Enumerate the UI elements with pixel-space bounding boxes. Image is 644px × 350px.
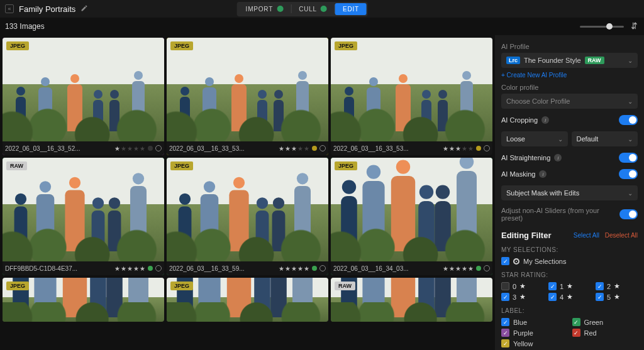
mode-cull[interactable]: CULL [291,3,335,15]
color-flag[interactable] [148,146,153,151]
mode-edit[interactable]: EDIT [335,3,367,15]
my-selections-checkbox[interactable] [501,257,509,265]
chevron-down-icon: ⌄ [558,136,563,143]
create-profile-link[interactable]: + Create New AI Profile [501,72,638,79]
color-flag[interactable] [476,146,481,151]
format-badge: JPEG [170,161,193,170]
label-green-checkbox[interactable] [572,318,580,326]
image-count: 133 Images [5,22,45,31]
info-icon[interactable]: i [541,116,549,124]
info-icon[interactable]: i [554,154,562,161]
thumbnail[interactable]: JPEG 2022_06_03__16_33_53... ★★★★★ [331,38,492,155]
format-badge: JPEG [170,41,193,50]
label-red-checkbox[interactable] [572,329,580,337]
color-flag[interactable] [312,146,317,151]
format-badge: JPEG [335,161,357,170]
thumb-size-slider[interactable] [580,26,624,28]
star-5-checkbox[interactable] [596,293,604,301]
thumbnail[interactable]: JPEG 2022_06_03__16_33_53... ★★★★★ [167,38,328,155]
format-badge: RAW [6,161,27,170]
filename: 2022_06_03__16_33_53... [169,145,276,152]
star-3-checkbox[interactable] [501,293,509,301]
star-icon: ★ [519,282,526,290]
star-4-checkbox[interactable] [548,293,557,301]
check-icon [277,6,283,12]
ai-profile-select[interactable]: Lrc The Founder Style RAW ⌄ [501,53,638,68]
ai-masking-toggle[interactable] [619,169,638,179]
pick-flag[interactable] [319,265,326,271]
color-profile-label: Color profile [501,84,638,91]
chevron-down-icon: ⌄ [628,190,633,197]
chevron-down-icon: ⌄ [628,57,633,64]
lrc-badge: Lrc [506,57,520,64]
pick-flag[interactable] [319,145,326,151]
star-0-checkbox[interactable] [501,282,509,290]
star-icon: ★ [614,282,620,290]
ai-straightening-toggle[interactable] [619,153,638,163]
pick-flag[interactable] [155,145,162,151]
star-2-checkbox[interactable] [596,282,604,290]
star-rating[interactable]: ★★★★★ [443,265,474,272]
mask-mode-select[interactable]: Subject Mask with Edits⌄ [501,185,638,200]
star-rating[interactable]: ★★★★★ [114,265,145,272]
crop-mode-select[interactable]: Loose⌄ [501,131,568,146]
profile-name: The Founder Style [524,57,581,64]
star-rating[interactable]: ★★★★★ [279,145,309,152]
deselect-all-link[interactable]: Deselect All [605,232,638,239]
format-badge: JPEG [170,282,193,290]
thumbnail[interactable]: RAW ★★★★★ [331,278,492,322]
ai-profile-label: AI Profile [501,43,638,50]
sidebar-collapse-icon[interactable]: « [5,4,14,13]
non-ai-toggle[interactable] [619,209,638,219]
star-icon: ★ [567,282,573,290]
info-icon[interactable]: i [539,170,547,178]
thumbnail[interactable]: RAW DFF9BBD5-C1D8-4E37... ★★★★★ [3,158,164,275]
ai-masking-label: AI Masking [501,170,535,178]
thumbnail[interactable]: JPEG 2022_06_03__16_34_03... ★★★★★ [331,158,492,275]
pick-flag[interactable] [484,265,490,271]
label-head: LABEL: [501,307,638,314]
mode-switch: IMPORT CULL EDIT [237,2,368,16]
sort-icon[interactable] [624,21,639,32]
color-flag[interactable] [476,266,481,271]
check-icon [321,6,327,12]
label-purple-checkbox[interactable] [501,329,509,337]
thumbnail[interactable]: JPEG ★★★★★ [3,278,164,322]
color-flag[interactable] [312,266,317,271]
filename: 2022_06_03__16_34_03... [333,265,440,272]
edit-title-icon[interactable] [80,4,88,14]
star-1-checkbox[interactable] [548,282,557,290]
raw-badge: RAW [585,57,604,64]
star-rating[interactable]: ★★★★★ [443,145,474,152]
non-ai-label: Adjust non-AI Sliders (from your preset) [501,207,619,222]
pick-flag[interactable] [155,265,162,271]
label-yellow-checkbox[interactable] [501,339,509,347]
filename: 2022_06_03__16_33_59... [169,265,276,272]
filename: 2022_06_03__16_33_53... [333,145,440,152]
select-all-link[interactable]: Select All [574,232,599,239]
pick-flag[interactable] [484,145,490,151]
star-icon: ★ [614,293,620,301]
ai-cropping-label: AI Cropping [501,116,538,124]
format-badge: JPEG [335,41,357,50]
chevron-down-icon: ⌄ [628,136,633,143]
star-rating[interactable]: ★★★★★ [279,265,309,272]
my-selections-label: My Selections [523,258,566,265]
color-profile-select[interactable]: Choose Color Profile ⌄ [501,94,638,109]
thumbnail[interactable]: JPEG 2022_06_03__16_33_59... ★★★★★ [167,158,328,275]
collection-title: Family Portraits [19,4,75,14]
thumbnail[interactable]: JPEG 2022_06_03__16_33_52... ★★★★★ [3,38,164,155]
thumbnail[interactable]: JPEG ★★★★★ [167,278,328,322]
filename: 2022_06_03__16_33_52... [5,145,112,152]
star-rating[interactable]: ★★★★★ [114,145,145,152]
format-badge: RAW [335,282,355,290]
ai-cropping-toggle[interactable] [619,115,638,125]
selection-dot-icon [513,258,519,265]
ai-straightening-label: AI Straightening [501,154,550,161]
mode-import[interactable]: IMPORT [238,3,291,15]
thumbnail-grid[interactable]: JPEG 2022_06_03__16_33_52... ★★★★★ JPEG … [0,35,495,350]
color-flag[interactable] [148,266,153,271]
crop-aspect-select[interactable]: Default⌄ [572,131,638,146]
right-panel: AI Profile Lrc The Founder Style RAW ⌄ +… [495,35,644,350]
label-blue-checkbox[interactable] [501,318,509,326]
